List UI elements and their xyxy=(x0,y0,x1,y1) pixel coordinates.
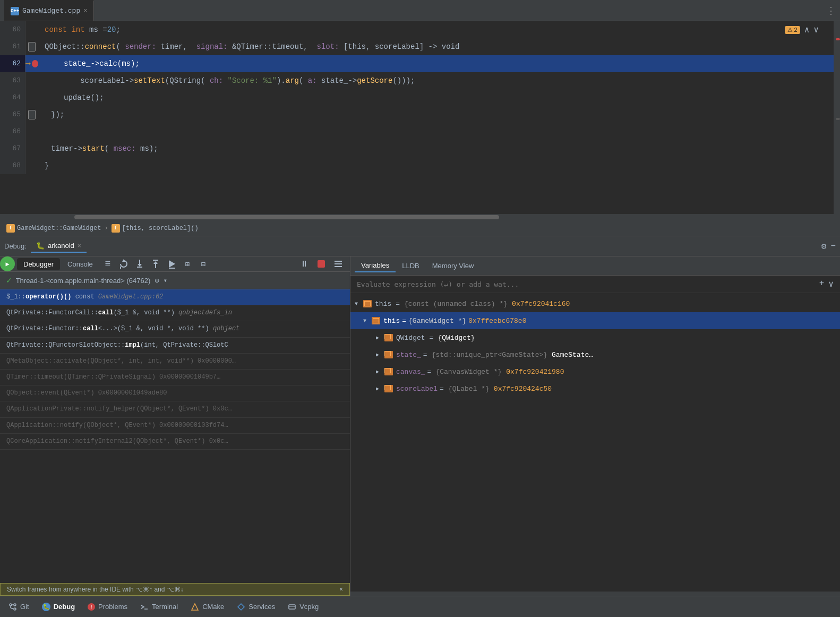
stack-frame-3[interactable]: QtPrivate::QFunctorSlotObject::impl(int,… xyxy=(0,338,350,354)
toolbar-step-out-btn[interactable] xyxy=(148,256,163,271)
warning-badge[interactable]: ⚠ 2 xyxy=(785,26,800,34)
line-number-61: 61 xyxy=(12,38,21,55)
breakpoint-col-62[interactable]: → xyxy=(25,59,38,68)
svg-rect-11 xyxy=(335,263,342,264)
run-button[interactable]: ▶ xyxy=(0,256,15,271)
stack-frame-8[interactable]: QApplication::notify(QObject*, QEvent*) … xyxy=(0,418,350,434)
toolbar-extra-btn[interactable] xyxy=(331,256,346,271)
expand-icon-5[interactable]: ▶ xyxy=(376,385,384,392)
breadcrumb-label-2[interactable]: [this, scoreLabel]() xyxy=(122,225,199,232)
var-icon-1 xyxy=(372,317,380,324)
status-item-terminal[interactable]: Terminal xyxy=(140,603,178,611)
status-item-problems[interactable]: ! Problems xyxy=(88,603,127,611)
tab-close-button[interactable]: × xyxy=(83,7,87,15)
stack-frame-9[interactable]: QCoreApplication::notifyInternal2(QObjec… xyxy=(0,434,350,450)
evaluate-bar: + ∨ xyxy=(350,276,840,293)
stack-frame-2[interactable]: QtPrivate::Functor::call<...>($_1 &, voi… xyxy=(0,321,350,337)
expand-icon-0[interactable]: ▼ xyxy=(355,301,363,307)
svg-rect-22 xyxy=(289,605,295,609)
var-name-1: this xyxy=(383,317,400,325)
line-number-66: 66 xyxy=(12,123,21,140)
thread-filter-icon[interactable]: ⊜ xyxy=(155,276,159,285)
line-number-68: 68 xyxy=(12,157,21,174)
toolbar-step-over-btn[interactable] xyxy=(116,256,131,271)
status-item-vcpkg[interactable]: Vcpkg xyxy=(288,603,319,611)
toolbar-step-into-btn[interactable] xyxy=(132,256,147,271)
tab-lldb[interactable]: LLDB xyxy=(396,260,426,272)
status-problems-label: Problems xyxy=(98,603,127,611)
stack-frame-0[interactable]: $_1::operator()() const GameWidget.cpp:6… xyxy=(0,289,350,305)
debug-hint-close[interactable]: × xyxy=(339,586,343,593)
variables-scrollbar[interactable] xyxy=(350,592,840,596)
debugger-tab-debugger[interactable]: Debugger xyxy=(17,258,60,270)
stack-frame-6[interactable]: QObject::event(QEvent*) 0x00000001049ade… xyxy=(0,385,350,401)
stack-frame-4[interactable]: QMetaObject::activate(QObject*, int, int… xyxy=(0,354,350,370)
debug-tab-arkanoid[interactable]: 🐛 arkanoid × xyxy=(31,239,87,253)
toolbar-run-cursor-btn[interactable] xyxy=(164,256,179,271)
var-row-this-outer[interactable]: ▼ this = {const (unnamed class) *} 0x7fc… xyxy=(350,295,840,312)
file-tab[interactable]: C++ GameWidget.cpp × xyxy=(4,0,94,21)
status-item-services[interactable]: Services xyxy=(237,603,275,611)
debug-tab-close[interactable]: × xyxy=(78,242,81,250)
debug-hint-text: Switch frames from anywhere in the IDE w… xyxy=(7,586,184,593)
var-value-4: 0x7fc920421980 xyxy=(506,368,564,376)
status-services-label: Services xyxy=(248,603,275,611)
var-row-scorelabel[interactable]: ▶ scoreLabel = {QLabel *} 0x7fc920424c50 xyxy=(350,380,840,397)
status-item-git[interactable]: Git xyxy=(8,603,29,611)
debug-gear-button[interactable]: ⚙ xyxy=(821,241,827,252)
tab-more-button[interactable]: ⋮ xyxy=(826,5,836,16)
breakpoint-col-65[interactable] xyxy=(25,110,38,119)
nav-down-button[interactable]: ∨ xyxy=(813,24,819,35)
code-line-65: }); xyxy=(38,106,840,123)
var-eq-5: = xyxy=(440,385,444,393)
stop-button[interactable] xyxy=(314,256,329,271)
status-terminal-label: Terminal xyxy=(152,603,178,611)
var-row-this-gamewidget[interactable]: ▼ this = {GameWidget *} 0x7ffeebc678e0 xyxy=(350,312,840,329)
tab-variables[interactable]: Variables xyxy=(355,259,396,272)
variables-tabs: Variables LLDB Memory View xyxy=(350,256,840,276)
breadcrumb-label-1[interactable]: GameWidget::GameWidget xyxy=(17,225,101,232)
services-icon xyxy=(237,603,245,611)
var-value-5: 0x7fc920424c50 xyxy=(494,385,552,393)
nav-up-button[interactable]: ∧ xyxy=(804,24,810,35)
expand-icon-3[interactable]: ▶ xyxy=(376,352,384,358)
debug-label: Debug: xyxy=(4,242,27,250)
line-number-63: 63 xyxy=(12,72,21,89)
debug-minimize-button[interactable]: − xyxy=(830,242,836,251)
debugger-tab-console[interactable]: Console xyxy=(61,258,99,270)
code-scrollbar[interactable] xyxy=(0,214,840,220)
evaluate-input[interactable] xyxy=(357,280,815,288)
toolbar-settings-btn[interactable]: ⊟ xyxy=(196,256,211,271)
status-git-label: Git xyxy=(20,603,29,611)
toolbar-frames-btn[interactable]: ≡ xyxy=(100,256,115,271)
evaluate-add-icon[interactable]: + xyxy=(819,279,825,289)
status-item-debug[interactable]: 🐛 Debug xyxy=(42,603,75,611)
var-name-5: scoreLabel xyxy=(396,385,438,393)
var-row-canvas[interactable]: ▶ canvas_ = {CanvasWidget *} 0x7fc920421… xyxy=(350,363,840,380)
breakpoint-col-61[interactable] xyxy=(25,42,38,52)
expand-icon-1[interactable]: ▼ xyxy=(363,318,372,324)
toolbar-view-btn[interactable]: ⊞ xyxy=(180,256,195,271)
thread-dropdown-icon[interactable]: ▾ xyxy=(164,277,167,285)
expand-icon-2[interactable]: ▶ xyxy=(376,335,384,341)
right-gutter xyxy=(834,21,840,214)
stack-frame-1[interactable]: QtPrivate::FunctorCall::call($_1 &, void… xyxy=(0,305,350,321)
stack-frame-5[interactable]: QTimer::timeout(QTimer::QPrivateSignal) … xyxy=(0,370,350,385)
var-tree: ▼ this = {const (unnamed class) *} 0x7fc… xyxy=(350,293,840,592)
tab-memory-view[interactable]: Memory View xyxy=(426,260,481,272)
git-icon xyxy=(8,603,17,611)
pause-button[interactable]: ⏸ xyxy=(297,256,312,271)
var-value-0: 0x7fc92041c160 xyxy=(512,300,570,308)
var-row-state[interactable]: ▶ state_ = {std::unique_ptr<GameState>} … xyxy=(350,346,840,363)
stack-frame-7[interactable]: QApplicationPrivate::notify_helper(QObje… xyxy=(0,401,350,417)
evaluate-chevron-icon[interactable]: ∨ xyxy=(828,279,834,289)
status-item-cmake[interactable]: CMake xyxy=(191,603,224,611)
expand-icon-4[interactable]: ▶ xyxy=(376,369,384,375)
var-icon-2 xyxy=(384,334,393,341)
var-type-5: {QLabel *} xyxy=(448,385,490,393)
scrollbar-thumb[interactable] xyxy=(74,215,499,219)
svg-marker-20 xyxy=(192,604,198,610)
var-row-qwidget[interactable]: ▶ QWidget = {QWidget} xyxy=(350,329,840,346)
status-debug-label: Debug xyxy=(54,603,75,611)
breadcrumb-bar: f GameWidget::GameWidget › f [this, scor… xyxy=(0,220,840,236)
